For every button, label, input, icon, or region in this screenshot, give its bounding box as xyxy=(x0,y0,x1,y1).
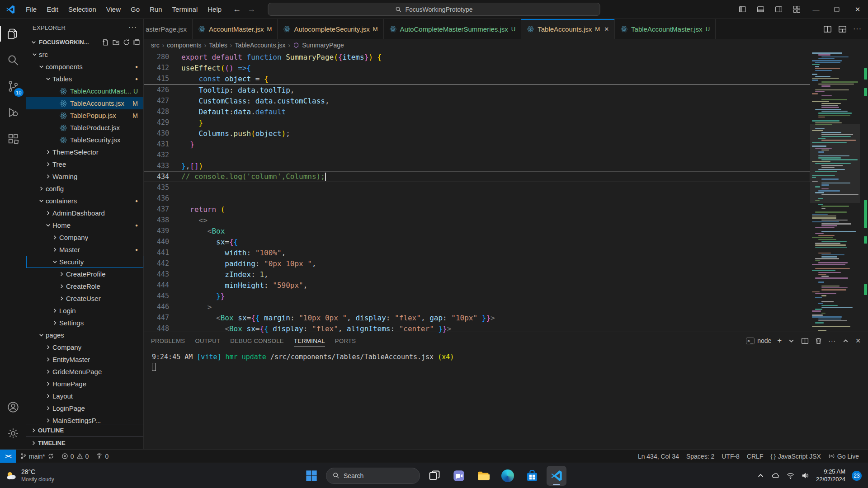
task-view-icon[interactable] xyxy=(425,466,444,486)
line-number[interactable]: 448 xyxy=(144,324,169,333)
encoding[interactable]: UTF-8 xyxy=(718,450,743,463)
tree-item-login[interactable]: Login xyxy=(26,305,143,317)
breadcrumb-item-tables[interactable]: Tables xyxy=(209,42,227,49)
source-control-icon[interactable]: 10 xyxy=(0,73,26,99)
split-editor-icon[interactable] xyxy=(823,25,832,33)
terminal-dropdown-icon[interactable] xyxy=(788,337,795,345)
tree-item-tablesecurity-jsx[interactable]: TableSecurity.jsx xyxy=(26,134,143,146)
tree-item-warning[interactable]: Warning xyxy=(26,170,143,183)
line-number[interactable]: 437 xyxy=(144,205,169,213)
line-number[interactable]: 441 xyxy=(144,249,169,257)
editor-tab-tableaccounts-jsx[interactable]: TableAccounts.jsxM✕ xyxy=(521,19,615,39)
taskbar-clock[interactable]: 9:25 AM 22/07/2024 xyxy=(816,468,845,483)
tree-item-tree[interactable]: Tree xyxy=(26,158,143,170)
line-number[interactable]: 442 xyxy=(144,259,169,267)
line-number[interactable]: 430 xyxy=(144,129,169,137)
code-line[interactable]: 428 Default:data.default xyxy=(144,106,810,117)
split-terminal-icon[interactable] xyxy=(801,337,809,345)
line-number[interactable]: 412 xyxy=(144,64,169,72)
close-button[interactable]: ✕ xyxy=(847,0,868,19)
notification-count-badge[interactable]: 23 xyxy=(852,471,862,481)
edge-browser-icon[interactable] xyxy=(498,466,518,486)
tree-item-layout[interactable]: Layout xyxy=(26,390,143,402)
file-explorer-icon[interactable] xyxy=(473,466,493,486)
project-root-row[interactable]: FOCUSWORKIN... xyxy=(26,36,143,48)
back-arrow-icon[interactable]: ← xyxy=(233,5,241,14)
tree-item-tables[interactable]: Tables● xyxy=(26,73,143,85)
menu-help[interactable]: Help xyxy=(203,3,226,15)
line-number[interactable]: 447 xyxy=(144,314,169,322)
command-center-search[interactable]: FocusWorkingPrototype xyxy=(268,3,600,16)
toggle-panel-icon[interactable] xyxy=(751,0,769,19)
taskbar-search[interactable]: Search xyxy=(326,468,420,484)
code-line[interactable]: 446 > xyxy=(144,301,810,312)
code-line[interactable]: 441 width: "100%", xyxy=(144,247,810,258)
breadcrumb-item-tableaccounts-jsx[interactable]: TableAccounts.jsx xyxy=(235,42,285,49)
line-number[interactable]: 438 xyxy=(144,216,169,224)
code-line[interactable]: 443 zIndex: 1, xyxy=(144,269,810,280)
tree-item-tablepopup-jsx[interactable]: TablePopup.jsxM xyxy=(26,109,143,122)
line-number[interactable]: 439 xyxy=(144,227,169,235)
minimap[interactable] xyxy=(810,52,868,332)
tree-item-admindashboard[interactable]: AdminDashboard xyxy=(26,207,143,219)
tree-item-tableproduct-jsx[interactable]: TableProduct.jsx xyxy=(26,122,143,134)
remote-indicator[interactable]: >< xyxy=(0,450,16,463)
menu-go[interactable]: Go xyxy=(126,3,145,15)
new-terminal-icon[interactable]: + xyxy=(777,336,782,345)
code-line[interactable]: 434// console.log('column',Columns); xyxy=(144,171,810,182)
code-line[interactable]: 447 <Box sx={{ margin: "10px 0px ", disp… xyxy=(144,312,810,323)
terminal-output[interactable]: 9:24:45 AM [vite] hmr update /src/compon… xyxy=(144,349,868,449)
menu-run[interactable]: Run xyxy=(145,3,167,15)
line-number[interactable]: 280 xyxy=(144,53,169,61)
breadcrumb-item-components[interactable]: components xyxy=(167,42,201,49)
tree-item-homepage[interactable]: HomePage xyxy=(26,378,143,390)
vscode-taskbar-icon[interactable] xyxy=(547,466,566,486)
breadcrumb-item-src[interactable]: src xyxy=(151,42,160,49)
panel-tab-problems[interactable]: PROBLEMS xyxy=(151,332,185,349)
tree-item-home[interactable]: Home● xyxy=(26,219,143,231)
line-number[interactable]: 415 xyxy=(144,75,169,83)
run-debug-icon[interactable] xyxy=(0,99,26,126)
refresh-icon[interactable] xyxy=(123,38,130,46)
tree-item-config[interactable]: config xyxy=(26,183,143,195)
panel-tab-debug-console[interactable]: DEBUG CONSOLE xyxy=(230,332,284,349)
accounts-icon[interactable] xyxy=(0,394,26,420)
cursor-position[interactable]: Ln 434, Col 34 xyxy=(634,450,683,463)
explorer-icon[interactable] xyxy=(0,21,26,47)
toggle-secondary-sidebar-icon[interactable] xyxy=(769,0,788,19)
code-line[interactable]: 440 sx={{ xyxy=(144,236,810,247)
close-panel-icon[interactable]: ✕ xyxy=(855,337,861,344)
tree-item-createuser[interactable]: CreateUser xyxy=(26,292,143,305)
line-number[interactable]: 443 xyxy=(144,270,169,278)
new-file-icon[interactable] xyxy=(102,38,109,46)
code-line[interactable]: 445 }} xyxy=(144,291,810,301)
wifi-icon[interactable] xyxy=(786,471,795,480)
code-line[interactable]: 415 const object = { xyxy=(144,73,810,84)
tree-item-createrole[interactable]: CreateRole xyxy=(26,280,143,292)
code-line[interactable]: 430 Columns.push(object); xyxy=(144,128,810,139)
tree-item-company[interactable]: Company xyxy=(26,341,143,353)
code-line[interactable]: 433},[]) xyxy=(144,160,810,171)
git-branch-item[interactable]: main* xyxy=(16,450,58,463)
more-actions-icon[interactable]: ··· xyxy=(853,25,862,33)
tree-item-themeselector[interactable]: ThemeSelector xyxy=(26,146,143,158)
panel-more-icon[interactable]: ··· xyxy=(828,337,836,344)
menu-file[interactable]: File xyxy=(21,3,42,15)
collapse-all-icon[interactable] xyxy=(133,38,141,46)
settings-gear-icon[interactable] xyxy=(0,420,26,446)
menu-edit[interactable]: Edit xyxy=(42,3,63,15)
new-folder-icon[interactable] xyxy=(112,38,120,46)
code-line[interactable]: 426 Tooltip: data.toolTip, xyxy=(144,84,810,95)
line-number[interactable]: 434 xyxy=(144,173,169,181)
tree-item-components[interactable]: components● xyxy=(26,61,143,73)
volume-icon[interactable] xyxy=(801,471,810,480)
editor-tab-asterpage-jsx[interactable]: asterPage.jsx xyxy=(144,19,193,39)
editor-tab-autocompletesecurity-jsx[interactable]: AutocompleteSecurity.jsxM xyxy=(278,19,383,39)
line-number[interactable]: 427 xyxy=(144,97,169,105)
onedrive-cloud-icon[interactable] xyxy=(771,471,780,480)
tree-item-tableaccounts-jsx[interactable]: TableAccounts.jsxM xyxy=(26,97,143,109)
code-line[interactable]: 427 CustomClass: data.customClass, xyxy=(144,95,810,106)
problems-item[interactable]: 0 0 xyxy=(58,450,93,463)
chat-app-icon[interactable] xyxy=(449,466,469,486)
line-number[interactable]: 433 xyxy=(144,162,169,170)
